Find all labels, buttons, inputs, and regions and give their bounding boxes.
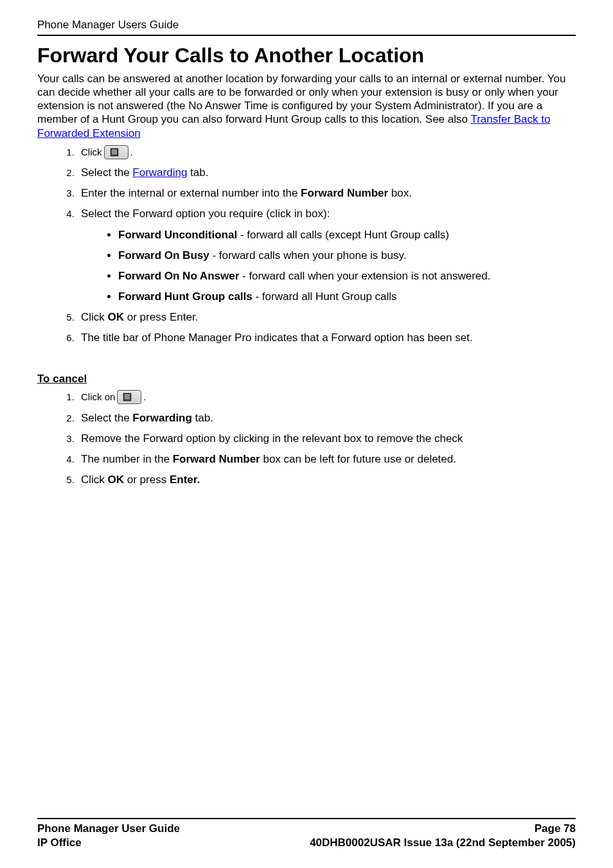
svg-rect-4 bbox=[112, 154, 117, 154]
option-unconditional-desc: - forward all calls (except Hunt Group c… bbox=[237, 229, 449, 241]
step-3-prefix: Enter the internal or external number in… bbox=[81, 187, 301, 199]
cancel-step-1-prefix: Click on bbox=[81, 391, 115, 403]
ok-bold: OK bbox=[108, 311, 125, 323]
option-no-answer: Forward On No Answer - forward call when… bbox=[118, 269, 576, 283]
cancel-step-2-suffix: tab. bbox=[192, 412, 213, 424]
forward-number-bold: Forward Number bbox=[301, 187, 388, 199]
footer-page-number: Page 78 bbox=[535, 822, 576, 836]
preferences-icon-button[interactable] bbox=[104, 145, 129, 159]
cancel-step-5-mid: or press bbox=[124, 474, 170, 486]
option-no-answer-label: Forward On No Answer bbox=[118, 270, 239, 282]
step-2: Select the Forwarding tab. bbox=[77, 166, 576, 180]
cancel-step-2-prefix: Select the bbox=[81, 412, 132, 424]
option-unconditional-label: Forward Unconditional bbox=[118, 229, 237, 241]
svg-rect-6 bbox=[125, 394, 130, 395]
svg-rect-2 bbox=[112, 151, 117, 152]
cancel-enter-bold: Enter. bbox=[170, 474, 200, 486]
step-1-prefix: Click bbox=[81, 146, 102, 159]
cancel-steps-list: Click on . Select the Forwarding tab. Re… bbox=[37, 390, 576, 487]
step-4-text: Select the Forward option you require (c… bbox=[81, 208, 330, 220]
intro-paragraph: Your calls can be answered at another lo… bbox=[37, 72, 576, 140]
preferences-icon-button-2[interactable] bbox=[117, 390, 141, 404]
cancel-step-1: Click on . bbox=[77, 390, 576, 404]
forward-options-list: Forward Unconditional - forward all call… bbox=[81, 228, 576, 304]
step-5-suffix: or press Enter. bbox=[124, 311, 198, 323]
page-title: Forward Your Calls to Another Location bbox=[37, 42, 576, 69]
step-1-suffix: . bbox=[130, 146, 133, 159]
cancel-ok-bold: OK bbox=[108, 474, 125, 486]
step-1: Click . bbox=[77, 145, 576, 159]
footer-product-name: IP Office bbox=[37, 836, 82, 850]
option-hunt-group-label: Forward Hunt Group calls bbox=[118, 290, 253, 303]
option-unconditional: Forward Unconditional - forward all call… bbox=[118, 228, 576, 242]
step-3-suffix: box. bbox=[388, 187, 412, 199]
cancel-step-4-prefix: The number in the bbox=[81, 453, 173, 465]
page-footer: Phone Manager User Guide Page 78 IP Offi… bbox=[37, 818, 576, 850]
running-header: Phone Manager Users Guide bbox=[37, 18, 576, 32]
step-6-text: The title bar of Phone Manager Pro indic… bbox=[81, 332, 473, 344]
cancel-step-4: The number in the Forward Number box can… bbox=[77, 452, 576, 466]
svg-rect-1 bbox=[112, 150, 117, 150]
option-hunt-group-desc: - forward all Hunt Group calls bbox=[253, 290, 397, 303]
svg-rect-3 bbox=[112, 152, 117, 153]
cancel-step-3: Remove the Forward option by clicking in… bbox=[77, 432, 576, 446]
step-5: Click OK or press Enter. bbox=[77, 310, 576, 324]
main-steps-list: Click . Select the Forwarding tab. Enter… bbox=[37, 145, 576, 345]
footer-divider bbox=[37, 818, 576, 819]
option-on-busy-label: Forward On Busy bbox=[118, 249, 209, 261]
cancel-step-5: Click OK or press Enter. bbox=[77, 473, 576, 487]
option-no-answer-desc: - forward call when your extension is no… bbox=[239, 270, 490, 282]
step-5-prefix: Click bbox=[81, 311, 108, 323]
step-4: Select the Forward option you require (c… bbox=[77, 207, 576, 303]
step-6: The title bar of Phone Manager Pro indic… bbox=[77, 331, 576, 345]
header-divider bbox=[37, 35, 576, 36]
step-2-suffix: tab. bbox=[187, 166, 208, 179]
svg-rect-8 bbox=[125, 397, 130, 398]
footer-doc-id: 40DHB0002USAR Issue 13a (22nd September … bbox=[310, 836, 576, 850]
cancel-step-3-text: Remove the Forward option by clicking in… bbox=[81, 432, 463, 445]
footer-guide-title: Phone Manager User Guide bbox=[37, 822, 180, 836]
option-on-busy-desc: - forward calls when your phone is busy. bbox=[209, 249, 407, 261]
svg-rect-7 bbox=[125, 396, 130, 396]
step-2-prefix: Select the bbox=[81, 166, 132, 179]
cancel-heading: To cancel bbox=[37, 372, 576, 386]
forwarding-tab-link[interactable]: Forwarding bbox=[132, 166, 187, 179]
option-on-busy: Forward On Busy - forward calls when you… bbox=[118, 249, 576, 263]
svg-rect-9 bbox=[125, 398, 130, 399]
cancel-forward-number-bold: Forward Number bbox=[173, 453, 260, 465]
cancel-forwarding-bold: Forwarding bbox=[132, 412, 192, 424]
cancel-step-2: Select the Forwarding tab. bbox=[77, 411, 576, 425]
cancel-step-1-suffix: . bbox=[143, 391, 146, 403]
cancel-step-5-prefix: Click bbox=[81, 474, 108, 486]
cancel-step-4-suffix: box can be left for future use or delete… bbox=[260, 453, 456, 465]
step-3: Enter the internal or external number in… bbox=[77, 186, 576, 200]
option-hunt-group: Forward Hunt Group calls - forward all H… bbox=[118, 290, 576, 304]
